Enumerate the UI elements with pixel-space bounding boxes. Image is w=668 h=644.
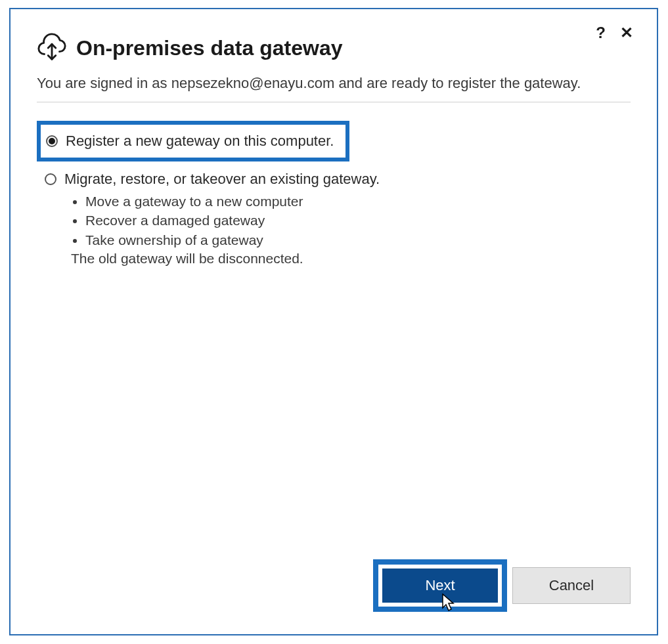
radio-migrate[interactable] [45, 173, 56, 185]
option-register-label: Register a new gateway on this computer. [66, 133, 334, 150]
cloud-gateway-icon [37, 32, 67, 64]
dialog-subtitle: You are signed in as nepsezekno@enayu.co… [37, 74, 631, 102]
migrate-bullet: Recover a damaged gateway [85, 211, 631, 230]
dialog-title: On-premises data gateway [76, 36, 342, 60]
migrate-bullet-list: Move a gateway to a new computer Recover… [71, 192, 631, 249]
next-button[interactable]: Next [381, 567, 499, 604]
migrate-note: The old gateway will be disconnected. [71, 251, 631, 267]
option-register-highlight: Register a new gateway on this computer. [37, 121, 349, 161]
options-group: Register a new gateway on this computer.… [37, 121, 631, 267]
option-migrate-label: Migrate, restore, or takeover an existin… [64, 171, 380, 188]
gateway-dialog: ? ✕ On-premises data gateway You are sig… [9, 8, 658, 635]
next-button-highlight: Next [373, 559, 507, 612]
migrate-bullet: Take ownership of a gateway [85, 230, 631, 249]
migrate-bullet: Move a gateway to a new computer [85, 192, 631, 211]
option-migrate[interactable]: Migrate, restore, or takeover an existin… [45, 171, 631, 188]
help-icon[interactable]: ? [596, 25, 606, 41]
radio-register[interactable] [46, 135, 58, 147]
cancel-button[interactable]: Cancel [512, 567, 631, 604]
dialog-footer: Next Cancel [37, 559, 631, 614]
close-icon[interactable]: ✕ [620, 25, 633, 41]
option-register[interactable]: Register a new gateway on this computer. [46, 133, 334, 150]
